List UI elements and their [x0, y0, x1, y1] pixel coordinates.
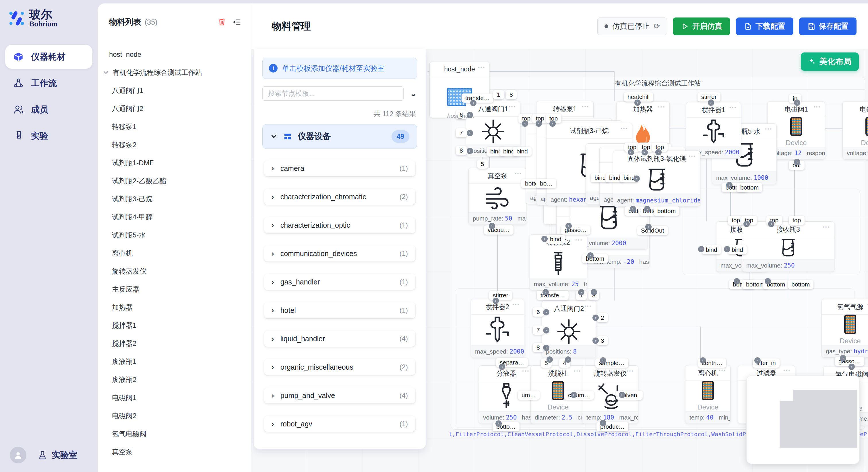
refresh-icon[interactable]: ⟳ [654, 22, 660, 31]
category-instruments[interactable]: 仪器设备 49 [262, 124, 417, 149]
template-item-pump_and_valve[interactable]: › pump_and_valve (4) [264, 387, 415, 403]
port-handle[interactable]: › [592, 338, 599, 344]
port-handle[interactable]: ‹ [724, 246, 730, 252]
collapse-panel-icon[interactable] [232, 18, 241, 26]
template-item-organic_miscellaneous[interactable]: › organic_miscellaneous (2) [264, 359, 415, 375]
port-handle[interactable]: › [619, 392, 625, 398]
port-handle[interactable]: › [565, 357, 571, 363]
node-menu-icon[interactable]: ••• [478, 65, 485, 70]
port-handle[interactable]: ‹ [522, 121, 528, 127]
node-menu-icon[interactable]: ••• [575, 237, 583, 243]
port-handle[interactable]: › [765, 278, 771, 284]
tree-group-workstation[interactable]: 有机化学流程综合测试工作站 [98, 63, 251, 81]
port-handle[interactable]: › [578, 289, 584, 295]
port-handle[interactable]: ‹ [743, 221, 750, 227]
sidebar-item-cube[interactable]: 仪器耗材 [5, 45, 92, 69]
port-handle[interactable]: › [708, 100, 714, 106]
port-handle[interactable]: › [630, 206, 636, 212]
port-handle[interactable]: › [644, 206, 650, 212]
port-handle[interactable]: ‹ [794, 100, 800, 106]
sidebar-item-members[interactable]: 成员 [5, 98, 92, 122]
canvas-node[interactable]: 搅拌器1••• max_speed: 2000 [686, 102, 741, 159]
node-menu-icon[interactable]: ••• [627, 369, 634, 374]
tree-item[interactable]: 主反应器 [98, 280, 251, 298]
node-menu-icon[interactable]: ••• [508, 104, 516, 109]
sidebar-item-workflow[interactable]: 工作流 [5, 71, 92, 95]
port-handle[interactable]: ‹ [754, 357, 761, 364]
template-item-communication_devices[interactable]: › communication_devices (1) [264, 245, 415, 262]
node-menu-icon[interactable]: ••• [730, 105, 737, 110]
port-handle[interactable]: › [543, 327, 549, 334]
port-handle[interactable]: › [543, 309, 549, 315]
node-menu-icon[interactable]: ••• [813, 104, 821, 109]
save-config-button[interactable]: 保存配置 [799, 18, 857, 35]
trash-icon[interactable] [218, 18, 226, 26]
tree-item[interactable]: 八通阀门1 [98, 81, 251, 100]
port-handle[interactable]: › [495, 420, 502, 427]
tree-item[interactable]: 废液瓶1 [98, 352, 251, 370]
tree-item[interactable]: 废液瓶2 [98, 370, 251, 389]
canvas-node[interactable]: 电磁阀2••• Devicevoltage: 12 [842, 101, 868, 160]
tree-item[interactable]: 转移泵1 [98, 117, 251, 136]
tree-item[interactable]: 搅拌器1 [98, 316, 251, 334]
port-handle[interactable]: › [726, 182, 733, 188]
node-menu-icon[interactable]: ••• [719, 368, 726, 373]
port-handle[interactable]: › [840, 355, 846, 361]
tree-item[interactable]: 电磁阀2 [98, 407, 251, 425]
port-handle[interactable]: › [489, 223, 495, 229]
tree-item[interactable]: 旋转蒸发仪 [98, 262, 251, 280]
port-handle[interactable]: › [645, 224, 652, 230]
port-handle[interactable]: ‹ [700, 357, 706, 364]
port-handle[interactable]: ‹ [628, 149, 634, 156]
tree-item[interactable]: 试剂瓶3-己烷 [98, 190, 251, 208]
canvas-node[interactable]: 接收瓶3••• max_volume: 250 [742, 222, 834, 272]
template-item-liquid_handler[interactable]: › liquid_handler (4) [264, 331, 415, 347]
tree-item[interactable]: 试剂瓶1-DMF [98, 154, 251, 172]
port-handle[interactable]: ‹ [642, 149, 648, 156]
node-menu-icon[interactable]: ••• [513, 302, 520, 307]
node-menu-icon[interactable]: ••• [765, 127, 772, 132]
port-handle[interactable]: › [543, 345, 549, 351]
port-handle[interactable]: › [493, 298, 499, 304]
port-handle[interactable]: ‹ [768, 221, 774, 227]
node-menu-icon[interactable]: ••• [582, 104, 589, 109]
template-item-characterization_chromatic[interactable]: › characterization_chromatic (2) [264, 189, 415, 205]
tree-item[interactable]: 离心机 [98, 244, 251, 262]
tree-item[interactable]: 氢气电磁阀 [98, 425, 251, 443]
port-handle[interactable]: › [591, 289, 597, 295]
port-handle[interactable]: ‹ [536, 121, 542, 127]
template-item-camera[interactable]: › camera (1) [264, 160, 415, 176]
avatar[interactable] [10, 447, 26, 463]
node-menu-icon[interactable]: ••• [522, 369, 530, 374]
node-menu-icon[interactable]: ••• [689, 154, 696, 159]
port-handle[interactable]: › [467, 112, 473, 118]
port-handle[interactable]: › [570, 392, 577, 398]
node-menu-icon[interactable]: ••• [574, 369, 581, 374]
port-handle[interactable]: ‹ [633, 175, 640, 182]
node-menu-icon[interactable]: ••• [783, 368, 791, 373]
tree-item[interactable]: 转移泵2 [98, 136, 251, 154]
sidebar-item-experiment[interactable]: 实验 [5, 124, 92, 148]
template-item-hotel[interactable]: › hotel (1) [264, 302, 415, 318]
node-menu-icon[interactable]: ••• [658, 104, 665, 109]
tree-item[interactable]: 试剂瓶5-水 [98, 226, 251, 244]
template-item-gas_handler[interactable]: › gas_handler (1) [264, 274, 415, 290]
port-handle[interactable]: › [734, 278, 740, 284]
beautify-layout-button[interactable]: 美化布局 [801, 53, 859, 71]
port-handle[interactable]: ‹ [848, 364, 855, 370]
port-handle[interactable]: › [600, 420, 606, 426]
lab-link[interactable]: 实验室 [38, 449, 78, 461]
port-handle[interactable]: › [467, 148, 473, 154]
minimap[interactable] [746, 376, 860, 464]
canvas-node[interactable]: 真空泵••• pump_rate: 50max_vacuum: 0.1 [468, 168, 526, 225]
canvas-node[interactable]: 八通阀门2••• positions: 8 [541, 301, 596, 358]
tree-item-host-node[interactable]: host_node [98, 45, 251, 63]
tree-item[interactable]: 八通阀门2 [98, 100, 251, 117]
tree-item[interactable]: 电磁阀1 [98, 389, 251, 407]
template-item-characterization_optic[interactable]: › characterization_optic (1) [264, 217, 415, 233]
tree-item[interactable]: 加热器 [98, 298, 251, 316]
download-config-button[interactable]: 下载配置 [736, 18, 794, 35]
port-handle[interactable]: ‹ [698, 246, 704, 252]
chevron-down-icon[interactable]: ⌄ [410, 89, 417, 98]
port-handle[interactable]: ‹ [600, 357, 606, 364]
